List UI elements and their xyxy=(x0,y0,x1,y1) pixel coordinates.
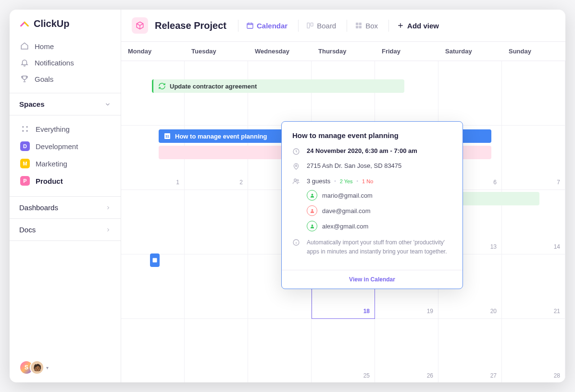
day-header: Saturday xyxy=(438,42,502,61)
event-title: Update contractor agreement xyxy=(170,83,257,90)
chevron-down-icon xyxy=(104,101,111,108)
spaces-header[interactable]: Spaces xyxy=(10,93,121,115)
calendar-view: Monday Tuesday Wednesday Thursday Friday… xyxy=(121,42,565,382)
nav-notifications-label: Notifications xyxy=(35,59,74,67)
event-bar-blue-partial[interactable] xyxy=(150,253,160,267)
sidebar: ClickUp Home Notifications Goals Spaces xyxy=(10,10,121,382)
space-marketing[interactable]: M Marketing xyxy=(13,155,117,172)
recurring-icon xyxy=(158,82,166,90)
space-everything[interactable]: Everything xyxy=(13,120,117,138)
user-switcher[interactable]: S 🧑🏾 ▾ xyxy=(10,353,121,382)
space-development-label: Development xyxy=(36,142,78,151)
calendar-cell[interactable]: 25 xyxy=(312,319,375,382)
svg-rect-5 xyxy=(307,23,310,28)
guest-email: dave@gmail.com xyxy=(322,207,371,215)
space-badge-d: D xyxy=(20,141,30,151)
calendar-cell[interactable]: 27 xyxy=(438,319,502,382)
calendar-day-headers: Monday Tuesday Wednesday Thursday Friday… xyxy=(121,42,565,61)
calendar-cell[interactable] xyxy=(502,61,565,126)
guests-count: 3 guests xyxy=(307,177,330,185)
calendar-cell[interactable]: 21 xyxy=(502,254,565,319)
space-badge-m: M xyxy=(20,159,30,168)
add-view-button[interactable]: Add view xyxy=(388,20,442,32)
popover-address: 2715 Ash Dr. San Jose, SD 83475 xyxy=(307,162,401,169)
popover-datetime: 24 November 2020, 6:30 am - 7:00 am xyxy=(307,147,417,154)
calendar-cell[interactable] xyxy=(375,61,438,126)
view-board[interactable]: Board xyxy=(298,20,339,32)
space-development[interactable]: D Development xyxy=(13,138,117,155)
calendar-cell[interactable]: 7 xyxy=(502,126,565,190)
gcal-icon xyxy=(152,256,158,264)
calendar-cell[interactable] xyxy=(121,319,185,382)
sidebar-docs[interactable]: Docs xyxy=(10,218,121,241)
info-icon xyxy=(292,239,300,246)
board-icon xyxy=(306,22,314,29)
calendar-cell[interactable] xyxy=(121,61,185,126)
calendar-cell[interactable] xyxy=(121,190,185,254)
day-header: Tuesday xyxy=(185,42,248,61)
svg-rect-9 xyxy=(356,26,358,28)
popover-title: How to manage event planning xyxy=(292,131,452,139)
calendar-cell[interactable] xyxy=(185,319,248,382)
space-badge-p: P xyxy=(20,176,30,186)
dashboards-label: Dashboards xyxy=(19,203,58,212)
view-calendar[interactable]: Calendar xyxy=(238,20,290,32)
main-panel: Release Project Calendar Board Box Add v… xyxy=(121,10,565,382)
calendar-cell[interactable] xyxy=(312,61,375,126)
day-header: Thursday xyxy=(312,42,375,61)
calendar-cell[interactable] xyxy=(438,61,502,126)
app-window: ClickUp Home Notifications Goals Spaces xyxy=(10,10,565,382)
view-box[interactable]: Box xyxy=(347,20,381,32)
calendar-cell[interactable] xyxy=(185,254,248,319)
chevron-right-icon xyxy=(105,227,111,233)
brand-logo[interactable]: ClickUp xyxy=(10,10,121,36)
plus-icon xyxy=(397,22,404,29)
brand-name: ClickUp xyxy=(34,18,69,29)
bell-icon xyxy=(20,58,29,67)
svg-text:31: 31 xyxy=(165,134,169,139)
calendar-cell[interactable]: 28 xyxy=(502,319,565,382)
svg-point-18 xyxy=(294,179,297,181)
gcal-icon: 31 xyxy=(163,132,171,140)
svg-rect-4 xyxy=(247,23,253,28)
grid-dots-icon xyxy=(20,124,30,134)
space-product[interactable]: P Product xyxy=(13,172,117,190)
guest-email: mario@gmail.com xyxy=(322,192,373,199)
guest-row: mario@gmail.com xyxy=(307,190,373,201)
project-title: Release Project xyxy=(155,20,226,31)
calendar-cell[interactable] xyxy=(185,61,248,126)
svg-point-0 xyxy=(22,126,24,127)
calendar-cell[interactable] xyxy=(185,190,248,254)
avatar-member: 🧑🏾 xyxy=(30,360,44,375)
nav-notifications[interactable]: Notifications xyxy=(13,54,117,71)
guest-row: alex@gmail.com xyxy=(307,221,373,231)
guests-yes: 2 Yes xyxy=(340,178,353,184)
cube-icon xyxy=(136,21,144,30)
guests-no: 1 No xyxy=(362,178,373,184)
day-header: Friday xyxy=(375,42,438,61)
nav-goals[interactable]: Goals xyxy=(13,71,117,87)
clickup-logo-icon xyxy=(19,19,30,29)
view-in-calendar-link[interactable]: View in Calendar xyxy=(282,270,462,289)
svg-point-17 xyxy=(295,165,297,166)
svg-rect-7 xyxy=(356,23,358,25)
space-marketing-label: Marketing xyxy=(36,160,67,168)
svg-point-22 xyxy=(311,224,313,226)
project-icon xyxy=(132,17,148,34)
popover-description: Automatically import your stuff from oth… xyxy=(307,238,452,256)
calendar-cell[interactable]: 26 xyxy=(375,319,438,382)
svg-point-19 xyxy=(297,179,299,181)
svg-point-2 xyxy=(22,130,24,132)
nav-home[interactable]: Home xyxy=(13,38,117,54)
calendar-cell[interactable] xyxy=(248,319,312,382)
spaces-list: Everything D Development M Marketing P P… xyxy=(10,115,121,196)
calendar-cell[interactable] xyxy=(248,61,312,126)
day-header: Sunday xyxy=(502,42,565,61)
svg-point-21 xyxy=(311,209,313,211)
view-box-label: Box xyxy=(365,22,378,30)
event-title: How to manage event planning xyxy=(175,133,267,140)
sidebar-dashboards[interactable]: Dashboards xyxy=(10,196,121,218)
space-everything-label: Everything xyxy=(36,125,70,133)
spaces-header-label: Spaces xyxy=(19,100,45,108)
event-bar-green[interactable]: Update contractor agreement xyxy=(152,79,404,93)
